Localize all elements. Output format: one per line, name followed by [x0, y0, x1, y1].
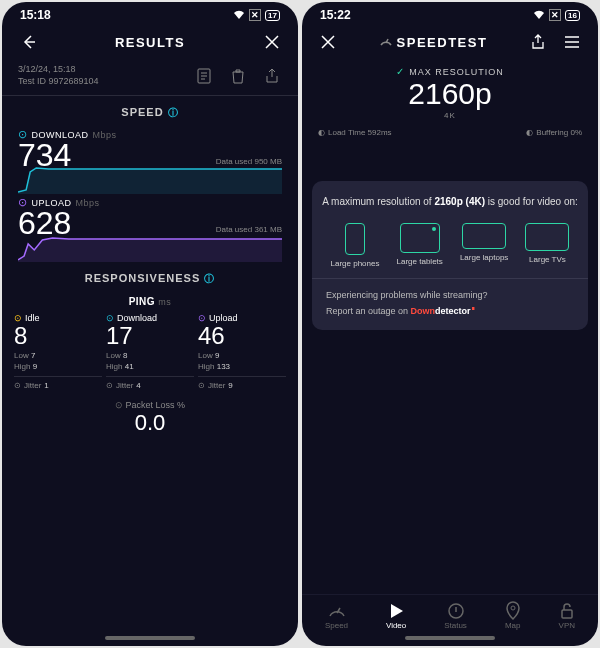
share-icon[interactable] — [528, 32, 548, 52]
upload-block: ⊙UPLOAD Mbps 628 Data used 361 MB — [2, 194, 298, 262]
info-icon[interactable]: ⓘ — [204, 273, 215, 284]
home-indicator[interactable] — [405, 636, 495, 640]
status-time: 15:18 — [20, 8, 51, 22]
header: SPEEDTEST — [302, 24, 598, 60]
svg-point-2 — [511, 606, 515, 610]
checkmark-icon: ✓ — [396, 66, 405, 77]
phone-icon — [345, 223, 365, 255]
ping-header: PING ms — [2, 292, 298, 311]
device-row: Large phones Large tablets Large laptops… — [322, 223, 578, 268]
gauge-icon — [325, 601, 348, 621]
card-text: A maximum resolution of 2160p (4K) is go… — [322, 195, 578, 209]
test-meta: 3/12/24, 15:18 Test ID 9972689104 — [18, 64, 99, 87]
download-graph — [18, 162, 282, 194]
nav-vpn[interactable]: VPN — [559, 601, 575, 630]
status-bar: 15:22 ✕ 16 — [302, 2, 598, 24]
delete-icon[interactable] — [228, 66, 248, 86]
share-icon[interactable] — [262, 66, 282, 86]
page-title: SPEEDTEST — [338, 35, 528, 50]
nav-video[interactable]: Video — [386, 601, 406, 630]
speedtest-logo-icon — [379, 35, 393, 49]
no-sim-icon: ✕ — [249, 9, 261, 21]
results-screen: 15:18 ✕ 17 RESULTS 3/12/24, 15:18 Test I… — [2, 2, 298, 646]
device-large-laptops: Large laptops — [460, 223, 508, 268]
bottom-nav: Speed Video Status Map VPN — [302, 594, 598, 632]
no-sim-icon: ✕ — [549, 9, 561, 21]
device-large-tablets: Large tablets — [397, 223, 443, 268]
status-bar: 15:18 ✕ 17 — [2, 2, 298, 24]
nav-speed[interactable]: Speed — [325, 601, 348, 630]
play-icon — [386, 601, 406, 621]
tv-icon — [525, 223, 569, 251]
device-large-tvs: Large TVs — [525, 223, 569, 268]
nav-map[interactable]: Map — [505, 601, 521, 630]
menu-icon[interactable] — [562, 32, 582, 52]
laptop-icon — [462, 223, 506, 249]
spinner-icon: ◐ — [526, 128, 533, 137]
test-meta-row: 3/12/24, 15:18 Test ID 9972689104 — [2, 60, 298, 96]
tablet-icon — [400, 223, 440, 253]
resolution-display: ✓MAX RESOLUTION 2160p 4K — [302, 60, 598, 122]
packet-loss: ⊙ Packet Loss % 0.0 — [2, 392, 298, 438]
notes-icon[interactable] — [194, 66, 214, 86]
page-title: RESULTS — [38, 35, 262, 50]
home-indicator[interactable] — [105, 636, 195, 640]
video-test-screen: 15:22 ✕ 16 SPEEDTEST ✓MAX — [302, 2, 598, 646]
close-button[interactable] — [262, 32, 282, 52]
ping-grid: ⊙Idle 8 Low 7 High 9 ⊙Jitter 1 ⊙Download… — [2, 311, 298, 392]
ping-upload-col: ⊙Upload 46 Low 9 High 133 ⊙Jitter 9 — [198, 313, 286, 390]
header: RESULTS — [2, 24, 298, 60]
device-large-phones: Large phones — [331, 223, 380, 268]
wifi-icon — [233, 10, 245, 20]
close-button[interactable] — [318, 32, 338, 52]
info-icon[interactable]: ⓘ — [168, 107, 179, 118]
status-icons: ✕ 17 — [233, 9, 280, 21]
spinner-icon: ◐ — [318, 128, 325, 137]
responsiveness-section-label: RESPONSIVENESSⓘ — [2, 262, 298, 292]
battery-indicator: 16 — [565, 10, 580, 21]
back-button[interactable] — [18, 32, 38, 52]
upload-graph — [18, 230, 282, 262]
alert-icon — [444, 601, 467, 621]
resolution-card: A maximum resolution of 2160p (4K) is go… — [312, 181, 588, 330]
download-block: ⊙DOWNLOAD Mbps 734 Data used 950 MB — [2, 126, 298, 194]
ping-idle-col: ⊙Idle 8 Low 7 High 9 ⊙Jitter 1 — [14, 313, 102, 390]
report-text: Experiencing problems while streaming? R… — [322, 289, 578, 318]
status-time: 15:22 — [320, 8, 351, 22]
ping-download-col: ⊙Download 17 Low 8 High 41 ⊙Jitter 4 — [106, 313, 194, 390]
speed-section-label: SPEEDⓘ — [2, 96, 298, 126]
nav-status[interactable]: Status — [444, 601, 467, 630]
wifi-icon — [533, 10, 545, 20]
status-icons: ✕ 16 — [533, 9, 580, 21]
pin-icon — [505, 601, 521, 621]
lock-icon — [559, 601, 575, 621]
buffering: ◐Buffering 0% — [526, 128, 582, 137]
load-time: ◐Load Time 592ms — [318, 128, 392, 137]
stats-row: ◐Load Time 592ms ◐Buffering 0% — [302, 122, 598, 143]
battery-indicator: 17 — [265, 10, 280, 21]
svg-rect-3 — [562, 610, 572, 618]
